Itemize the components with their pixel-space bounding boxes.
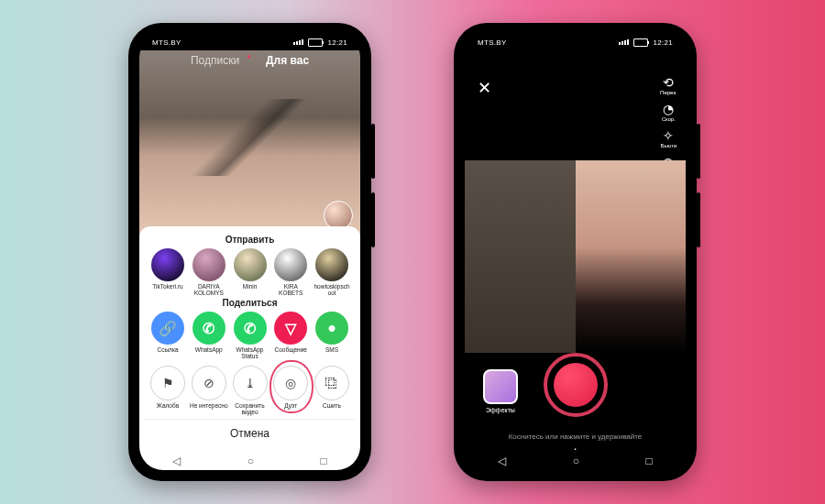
avatar-icon: [151, 248, 184, 281]
action-duet[interactable]: ◎Дуэт: [271, 366, 310, 415]
share-app-icon: ✆: [234, 312, 267, 345]
send-contacts-row: TikTokeri.ruDARIYA KOLOMYSMininKIRA KOBE…: [145, 248, 355, 296]
phone-right: MTS.BY 12:21 ✕ ⟲Перек.◔Скор.✧Бьюти⊕Фильт…: [454, 23, 697, 481]
signal-icon: [293, 39, 303, 45]
action-icon: ⿻: [314, 366, 349, 400]
action-label: Дуэт: [271, 402, 310, 415]
send-contact-3[interactable]: KIRA KOBETS: [271, 248, 310, 296]
action-label: Не интересно: [190, 402, 228, 415]
share-message[interactable]: ▽Сообщение: [271, 312, 310, 359]
share-app-icon: 🔗: [151, 312, 184, 345]
action-icon: ◎: [273, 366, 308, 400]
contact-label: DARIYA KOLOMYS: [190, 283, 228, 296]
carrier-label: MTS.BY: [478, 38, 507, 47]
nav-home-icon[interactable]: ○: [573, 455, 579, 467]
effects-icon: [483, 369, 518, 404]
share-app-icon: ✆: [192, 312, 226, 345]
phone-left: MTS.BY 12:21 Подписки●Для вас Отправить …: [128, 23, 371, 481]
send-section-title: Отправить: [145, 235, 355, 245]
contact-label: Minin: [231, 283, 270, 296]
notification-dot-icon: ●: [247, 52, 251, 60]
duet-preview: [465, 160, 686, 353]
share-apps-row: 🔗Ссылка✆WhatsApp✆WhatsApp Status▽Сообщен…: [145, 312, 355, 359]
nav-home-icon[interactable]: ○: [248, 455, 254, 467]
cancel-button[interactable]: Отмена: [145, 419, 355, 447]
phone-left-screen: MTS.BY 12:21 Подписки●Для вас Отправить …: [139, 34, 360, 470]
battery-icon: [308, 38, 323, 47]
status-bar: MTS.BY 12:21: [465, 34, 686, 50]
share-app-icon: ●: [315, 312, 348, 345]
battery-icon: [633, 38, 648, 47]
share-app-label: Сообщение: [271, 346, 310, 359]
signal-icon: [619, 39, 629, 45]
share-whatsapp[interactable]: ✆WhatsApp: [190, 312, 228, 359]
contact-label: KIRA KOBETS: [271, 283, 310, 296]
action-label: Сохранить видео: [231, 402, 270, 415]
tool-label: Скор.: [655, 116, 682, 122]
effects-button[interactable]: Эффекты: [483, 369, 518, 413]
contact-label: howtoskipschool: [313, 283, 351, 296]
tool-beauty[interactable]: ✧Бьюти: [655, 129, 682, 148]
nav-recent-icon[interactable]: □: [321, 455, 327, 467]
send-contact-2[interactable]: Minin: [231, 248, 270, 296]
action-stitch[interactable]: ⿻Сшить: [313, 366, 351, 415]
share-sms[interactable]: ●SMS: [313, 312, 351, 359]
avatar-icon: [315, 248, 348, 281]
status-bar: MTS.BY 12:21: [139, 34, 360, 50]
effects-label: Эффекты: [483, 407, 518, 413]
close-button[interactable]: ✕: [478, 78, 491, 98]
app-background: MTS.BY 12:21 Подписки●Для вас Отправить …: [0, 0, 825, 504]
contact-label: TikTokeri.ru: [148, 283, 187, 296]
share-sheet: Отправить TikTokeri.ruDARIYA KOLOMYSMini…: [139, 226, 360, 470]
share-link[interactable]: 🔗Ссылка: [148, 312, 187, 359]
tool-icon: ◔: [655, 103, 682, 115]
tool-label: Бьюти: [655, 143, 682, 148]
record-hint: Коснитесь или нажмите и удерживайте: [465, 433, 686, 441]
action-label: Жалоба: [148, 402, 187, 415]
share-app-label: WhatsApp: [190, 346, 228, 359]
avatar-icon: [274, 248, 307, 281]
nav-back-icon[interactable]: ◁: [498, 455, 506, 467]
tool-speed[interactable]: ◔Скор.: [655, 103, 682, 122]
duet-pane-source: [576, 160, 687, 353]
send-contact-1[interactable]: DARIYA KOLOMYS: [190, 248, 228, 296]
avatar-icon: [234, 248, 267, 281]
share-section-title: Поделиться: [145, 298, 355, 308]
action-not-interested[interactable]: ⊘Не интересно: [190, 366, 228, 415]
duet-pane-self: [465, 160, 576, 353]
carrier-label: MTS.BY: [152, 38, 182, 47]
share-app-label: WhatsApp Status: [231, 346, 270, 359]
share-app-label: Ссылка: [148, 346, 187, 359]
nav-recent-icon[interactable]: □: [646, 455, 653, 467]
avatar-icon: [192, 248, 226, 281]
camera-view: ✕ ⟲Перек.◔Скор.✧Бьюти⊕Фильт.⏱Таймер▥Шабл…: [465, 50, 686, 470]
action-icon: ⤓: [233, 366, 268, 400]
tool-label: Перек.: [655, 90, 682, 95]
android-navbar: ◁ ○ □: [465, 452, 686, 470]
clock-label: 12:21: [327, 38, 347, 47]
action-icon: ⚑: [150, 366, 185, 400]
clock-label: 12:21: [653, 38, 673, 47]
action-save-video[interactable]: ⤓Сохранить видео: [231, 366, 270, 415]
android-navbar: ◁ ○ □: [139, 452, 360, 470]
tab-for-you[interactable]: Для вас: [266, 54, 309, 67]
action-report[interactable]: ⚑Жалоба: [148, 366, 187, 415]
send-contact-0[interactable]: TikTokeri.ru: [148, 248, 187, 296]
tool-icon: ⟲: [655, 76, 682, 89]
share-whatsapp-status[interactable]: ✆WhatsApp Status: [231, 312, 270, 359]
tool-flip[interactable]: ⟲Перек.: [655, 76, 682, 95]
phone-right-screen: MTS.BY 12:21 ✕ ⟲Перек.◔Скор.✧Бьюти⊕Фильт…: [465, 34, 686, 470]
action-label: Сшить: [313, 402, 351, 415]
actions-row: ⚑Жалоба⊘Не интересно⤓Сохранить видео◎Дуэ…: [145, 366, 355, 415]
action-icon: ⊘: [192, 366, 226, 400]
record-icon: [554, 363, 598, 407]
share-app-icon: ▽: [274, 312, 307, 345]
share-app-label: SMS: [313, 346, 351, 359]
tool-icon: ✧: [655, 129, 682, 142]
feed-tabs: Подписки●Для вас: [139, 54, 360, 67]
record-button[interactable]: [544, 353, 608, 417]
tab-following[interactable]: Подписки: [191, 54, 239, 67]
nav-back-icon[interactable]: ◁: [172, 455, 181, 467]
send-contact-4[interactable]: howtoskipschool: [313, 248, 351, 296]
